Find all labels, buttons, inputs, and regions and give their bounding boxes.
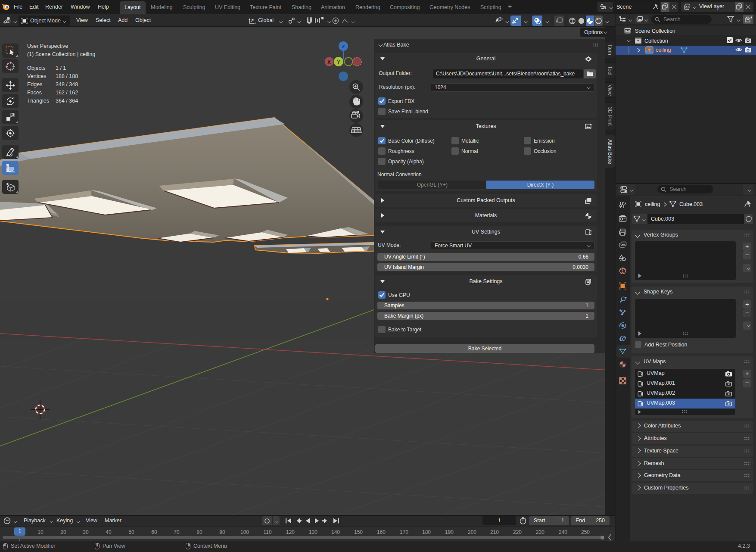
svg-text:X: X [327, 59, 331, 65]
svg-text:Y: Y [337, 59, 340, 65]
svg-text:Z: Z [342, 44, 345, 49]
